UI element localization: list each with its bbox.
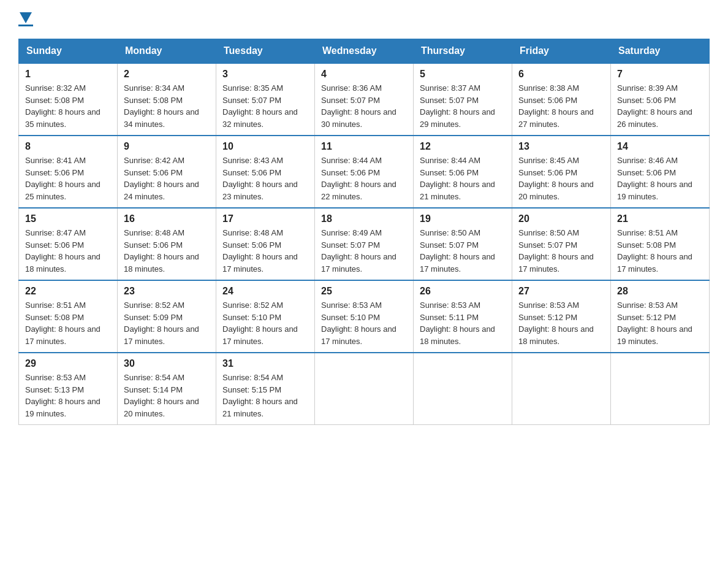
day-number: 24 (222, 286, 308, 297)
calendar-day-cell: 4 Sunrise: 8:36 AMSunset: 5:07 PMDayligh… (315, 63, 414, 136)
calendar-day-cell: 8 Sunrise: 8:41 AMSunset: 5:06 PMDayligh… (19, 136, 118, 208)
calendar-header-wednesday: Wednesday (315, 39, 414, 64)
logo-triangle-icon (20, 12, 32, 23)
day-number: 12 (420, 141, 506, 152)
calendar-header-monday: Monday (118, 39, 216, 64)
day-info: Sunrise: 8:32 AMSunset: 5:08 PMDaylight:… (25, 83, 100, 129)
day-number: 6 (518, 69, 604, 80)
page-header (18, 12, 710, 26)
day-info: Sunrise: 8:53 AMSunset: 5:10 PMDaylight:… (321, 301, 396, 346)
calendar-header-row: SundayMondayTuesdayWednesdayThursdayFrid… (19, 39, 710, 64)
calendar-table: SundayMondayTuesdayWednesdayThursdayFrid… (18, 39, 710, 425)
day-info: Sunrise: 8:50 AMSunset: 5:07 PMDaylight:… (518, 228, 594, 274)
calendar-week-row: 15 Sunrise: 8:47 AMSunset: 5:06 PMDaylig… (19, 208, 710, 280)
day-number: 31 (222, 358, 308, 369)
day-number: 8 (25, 141, 111, 152)
day-info: Sunrise: 8:44 AMSunset: 5:06 PMDaylight:… (420, 156, 495, 201)
day-info: Sunrise: 8:37 AMSunset: 5:07 PMDaylight:… (420, 83, 495, 129)
calendar-day-cell: 20 Sunrise: 8:50 AMSunset: 5:07 PMDaylig… (512, 208, 611, 280)
calendar-day-cell: 22 Sunrise: 8:51 AMSunset: 5:08 PMDaylig… (19, 280, 118, 353)
day-number: 21 (617, 213, 703, 224)
calendar-header-sunday: Sunday (19, 39, 118, 64)
day-info: Sunrise: 8:52 AMSunset: 5:09 PMDaylight:… (124, 301, 199, 346)
day-info: Sunrise: 8:41 AMSunset: 5:06 PMDaylight:… (25, 156, 100, 201)
calendar-day-cell: 29 Sunrise: 8:53 AMSunset: 5:13 PMDaylig… (19, 353, 118, 425)
day-info: Sunrise: 8:54 AMSunset: 5:15 PMDaylight:… (222, 373, 298, 418)
calendar-day-cell: 31 Sunrise: 8:54 AMSunset: 5:15 PMDaylig… (216, 353, 315, 425)
calendar-day-cell: 13 Sunrise: 8:45 AMSunset: 5:06 PMDaylig… (512, 136, 611, 208)
day-number: 30 (124, 358, 210, 369)
day-info: Sunrise: 8:49 AMSunset: 5:07 PMDaylight:… (321, 228, 396, 274)
day-number: 11 (321, 141, 407, 152)
calendar-day-cell: 9 Sunrise: 8:42 AMSunset: 5:06 PMDayligh… (118, 136, 216, 208)
calendar-day-cell: 23 Sunrise: 8:52 AMSunset: 5:09 PMDaylig… (118, 280, 216, 353)
day-number: 25 (321, 286, 407, 297)
day-number: 16 (124, 213, 210, 224)
day-info: Sunrise: 8:43 AMSunset: 5:06 PMDaylight:… (222, 156, 298, 201)
day-number: 15 (25, 213, 111, 224)
calendar-day-cell: 24 Sunrise: 8:52 AMSunset: 5:10 PMDaylig… (216, 280, 315, 353)
calendar-day-cell (611, 353, 710, 425)
calendar-header-tuesday: Tuesday (216, 39, 315, 64)
day-info: Sunrise: 8:52 AMSunset: 5:10 PMDaylight:… (222, 301, 298, 346)
calendar-day-cell: 27 Sunrise: 8:53 AMSunset: 5:12 PMDaylig… (512, 280, 611, 353)
day-info: Sunrise: 8:51 AMSunset: 5:08 PMDaylight:… (617, 228, 692, 274)
day-info: Sunrise: 8:34 AMSunset: 5:08 PMDaylight:… (124, 83, 199, 129)
calendar-day-cell: 2 Sunrise: 8:34 AMSunset: 5:08 PMDayligh… (118, 63, 216, 136)
calendar-day-cell: 19 Sunrise: 8:50 AMSunset: 5:07 PMDaylig… (414, 208, 512, 280)
calendar-day-cell: 21 Sunrise: 8:51 AMSunset: 5:08 PMDaylig… (611, 208, 710, 280)
calendar-day-cell: 12 Sunrise: 8:44 AMSunset: 5:06 PMDaylig… (414, 136, 512, 208)
day-number: 18 (321, 213, 407, 224)
calendar-day-cell: 18 Sunrise: 8:49 AMSunset: 5:07 PMDaylig… (315, 208, 414, 280)
calendar-day-cell: 16 Sunrise: 8:48 AMSunset: 5:06 PMDaylig… (118, 208, 216, 280)
day-number: 29 (25, 358, 111, 369)
calendar-day-cell: 28 Sunrise: 8:53 AMSunset: 5:12 PMDaylig… (611, 280, 710, 353)
calendar-day-cell: 17 Sunrise: 8:48 AMSunset: 5:06 PMDaylig… (216, 208, 315, 280)
day-number: 7 (617, 69, 703, 80)
day-info: Sunrise: 8:53 AMSunset: 5:13 PMDaylight:… (25, 373, 100, 418)
day-number: 27 (518, 286, 604, 297)
day-number: 2 (124, 69, 210, 80)
day-number: 20 (518, 213, 604, 224)
day-info: Sunrise: 8:48 AMSunset: 5:06 PMDaylight:… (124, 228, 199, 274)
calendar-header-thursday: Thursday (414, 39, 512, 64)
day-info: Sunrise: 8:53 AMSunset: 5:11 PMDaylight:… (420, 301, 495, 346)
day-number: 28 (617, 286, 703, 297)
day-number: 9 (124, 141, 210, 152)
calendar-day-cell: 15 Sunrise: 8:47 AMSunset: 5:06 PMDaylig… (19, 208, 118, 280)
logo-blue-part (18, 12, 33, 23)
calendar-day-cell: 11 Sunrise: 8:44 AMSunset: 5:06 PMDaylig… (315, 136, 414, 208)
day-number: 22 (25, 286, 111, 297)
day-info: Sunrise: 8:45 AMSunset: 5:06 PMDaylight:… (518, 156, 594, 201)
day-number: 13 (518, 141, 604, 152)
day-info: Sunrise: 8:53 AMSunset: 5:12 PMDaylight:… (617, 301, 692, 346)
calendar-day-cell: 6 Sunrise: 8:38 AMSunset: 5:06 PMDayligh… (512, 63, 611, 136)
calendar-header-saturday: Saturday (611, 39, 710, 64)
day-number: 17 (222, 213, 308, 224)
calendar-day-cell: 1 Sunrise: 8:32 AMSunset: 5:08 PMDayligh… (19, 63, 118, 136)
day-info: Sunrise: 8:54 AMSunset: 5:14 PMDaylight:… (124, 373, 199, 418)
calendar-day-cell (315, 353, 414, 425)
calendar-day-cell: 14 Sunrise: 8:46 AMSunset: 5:06 PMDaylig… (611, 136, 710, 208)
day-info: Sunrise: 8:46 AMSunset: 5:06 PMDaylight:… (617, 156, 692, 201)
logo-underline (18, 25, 33, 26)
calendar-header-friday: Friday (512, 39, 611, 64)
logo (18, 12, 33, 26)
day-number: 26 (420, 286, 506, 297)
calendar-day-cell (512, 353, 611, 425)
calendar-week-row: 29 Sunrise: 8:53 AMSunset: 5:13 PMDaylig… (19, 353, 710, 425)
calendar-day-cell: 7 Sunrise: 8:39 AMSunset: 5:06 PMDayligh… (611, 63, 710, 136)
calendar-week-row: 1 Sunrise: 8:32 AMSunset: 5:08 PMDayligh… (19, 63, 710, 136)
day-info: Sunrise: 8:35 AMSunset: 5:07 PMDaylight:… (222, 83, 298, 129)
day-info: Sunrise: 8:51 AMSunset: 5:08 PMDaylight:… (25, 301, 100, 346)
day-number: 3 (222, 69, 308, 80)
calendar-day-cell: 5 Sunrise: 8:37 AMSunset: 5:07 PMDayligh… (414, 63, 512, 136)
day-info: Sunrise: 8:36 AMSunset: 5:07 PMDaylight:… (321, 83, 396, 129)
day-number: 23 (124, 286, 210, 297)
calendar-day-cell: 10 Sunrise: 8:43 AMSunset: 5:06 PMDaylig… (216, 136, 315, 208)
day-number: 1 (25, 69, 111, 80)
day-info: Sunrise: 8:42 AMSunset: 5:06 PMDaylight:… (124, 156, 199, 201)
day-info: Sunrise: 8:48 AMSunset: 5:06 PMDaylight:… (222, 228, 298, 274)
day-info: Sunrise: 8:50 AMSunset: 5:07 PMDaylight:… (420, 228, 495, 274)
day-number: 19 (420, 213, 506, 224)
